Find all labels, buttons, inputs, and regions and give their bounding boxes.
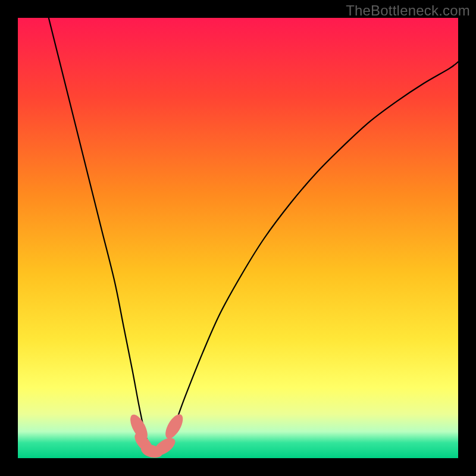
chart-frame: TheBottleneck.com — [0, 0, 476, 476]
chart-svg — [18, 18, 458, 458]
plot-area — [18, 18, 458, 458]
gradient-background — [18, 18, 458, 458]
watermark-text: TheBottleneck.com — [346, 2, 470, 19]
